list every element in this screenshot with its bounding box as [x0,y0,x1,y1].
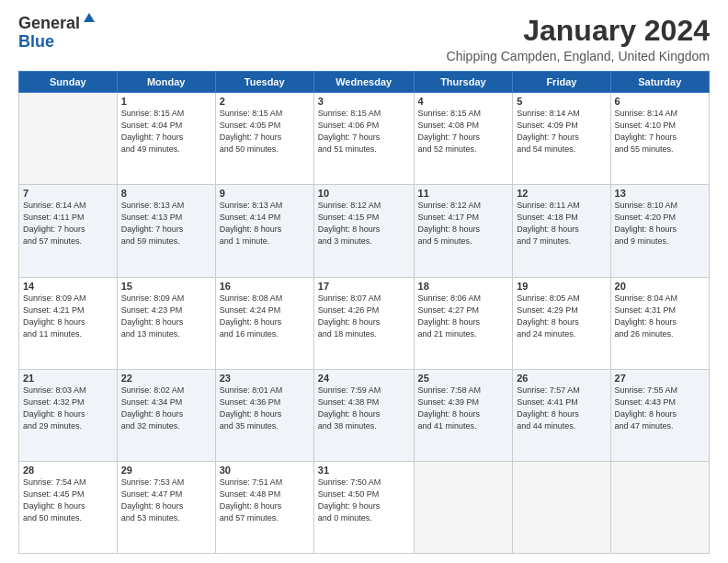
col-tuesday: Tuesday [215,72,313,93]
table-cell: 25Sunrise: 7:58 AMSunset: 4:39 PMDayligh… [414,369,513,461]
calendar-table: Sunday Monday Tuesday Wednesday Thursday… [18,71,710,554]
calendar-week-row: 14Sunrise: 8:09 AMSunset: 4:21 PMDayligh… [19,277,710,369]
day-number: 31 [318,465,410,476]
table-cell: 18Sunrise: 8:06 AMSunset: 4:27 PMDayligh… [414,277,513,369]
month-title: January 2024 [447,15,710,47]
day-number: 2 [220,96,310,107]
day-info: Sunrise: 7:51 AMSunset: 4:48 PMDaylight:… [220,477,310,524]
table-cell: 31Sunrise: 7:50 AMSunset: 4:50 PMDayligh… [313,461,414,553]
calendar-week-row: 28Sunrise: 7:54 AMSunset: 4:45 PMDayligh… [19,461,710,553]
day-number: 23 [220,373,310,384]
day-info: Sunrise: 8:01 AMSunset: 4:36 PMDaylight:… [220,385,310,432]
day-info: Sunrise: 8:08 AMSunset: 4:24 PMDaylight:… [220,293,310,340]
day-info: Sunrise: 8:15 AMSunset: 4:08 PMDaylight:… [418,108,509,155]
day-number: 6 [615,96,705,107]
logo-blue-text: Blue [18,33,54,52]
day-number: 24 [318,373,410,384]
table-cell: 16Sunrise: 8:08 AMSunset: 4:24 PMDayligh… [215,277,313,369]
location: Chipping Campden, England, United Kingdo… [447,49,710,63]
day-number: 27 [615,373,705,384]
day-info: Sunrise: 7:57 AMSunset: 4:41 PMDaylight:… [517,385,606,432]
logo-general-text: General [18,15,80,33]
table-cell [19,93,118,185]
day-number: 12 [517,188,606,199]
table-cell: 14Sunrise: 8:09 AMSunset: 4:21 PMDayligh… [19,277,118,369]
day-info: Sunrise: 7:58 AMSunset: 4:39 PMDaylight:… [418,385,509,432]
day-info: Sunrise: 8:11 AMSunset: 4:18 PMDaylight:… [517,200,606,247]
table-cell: 19Sunrise: 8:05 AMSunset: 4:29 PMDayligh… [513,277,610,369]
day-number: 13 [615,188,705,199]
day-info: Sunrise: 7:59 AMSunset: 4:38 PMDaylight:… [318,385,410,432]
day-number: 7 [23,188,113,199]
table-cell: 26Sunrise: 7:57 AMSunset: 4:41 PMDayligh… [513,369,610,461]
day-info: Sunrise: 8:05 AMSunset: 4:29 PMDaylight:… [517,293,606,340]
day-number: 26 [517,373,606,384]
day-info: Sunrise: 8:13 AMSunset: 4:13 PMDaylight:… [121,200,211,247]
day-number: 16 [220,281,310,292]
col-wednesday: Wednesday [313,72,414,93]
day-info: Sunrise: 8:02 AMSunset: 4:34 PMDaylight:… [121,385,211,432]
day-number: 17 [318,281,410,292]
day-number: 8 [121,188,211,199]
table-cell: 5Sunrise: 8:14 AMSunset: 4:09 PMDaylight… [513,93,610,185]
title-block: January 2024 Chipping Campden, England, … [447,15,710,63]
day-number: 15 [121,281,211,292]
table-cell: 20Sunrise: 8:04 AMSunset: 4:31 PMDayligh… [610,277,709,369]
day-number: 10 [318,188,410,199]
day-number: 11 [418,188,509,199]
logo: General Blue [18,15,97,52]
table-cell: 3Sunrise: 8:15 AMSunset: 4:06 PMDaylight… [313,93,414,185]
day-info: Sunrise: 8:15 AMSunset: 4:04 PMDaylight:… [121,108,211,155]
table-cell: 12Sunrise: 8:11 AMSunset: 4:18 PMDayligh… [513,185,610,277]
header: General Blue January 2024 Chipping Campd… [18,15,710,63]
day-info: Sunrise: 8:06 AMSunset: 4:27 PMDaylight:… [418,293,509,340]
table-cell: 4Sunrise: 8:15 AMSunset: 4:08 PMDaylight… [414,93,513,185]
table-cell [610,461,709,553]
day-info: Sunrise: 7:54 AMSunset: 4:45 PMDaylight:… [23,477,113,524]
table-cell: 15Sunrise: 8:09 AMSunset: 4:23 PMDayligh… [117,277,215,369]
table-cell: 6Sunrise: 8:14 AMSunset: 4:10 PMDaylight… [610,93,709,185]
col-monday: Monday [117,72,215,93]
logo-icon [82,11,97,26]
day-info: Sunrise: 8:12 AMSunset: 4:15 PMDaylight:… [318,200,410,247]
day-info: Sunrise: 8:12 AMSunset: 4:17 PMDaylight:… [418,200,509,247]
table-cell: 8Sunrise: 8:13 AMSunset: 4:13 PMDaylight… [117,185,215,277]
page: General Blue January 2024 Chipping Campd… [0,0,728,563]
table-cell: 21Sunrise: 8:03 AMSunset: 4:32 PMDayligh… [19,369,118,461]
day-number: 20 [615,281,705,292]
table-cell: 13Sunrise: 8:10 AMSunset: 4:20 PMDayligh… [610,185,709,277]
col-friday: Friday [513,72,610,93]
col-thursday: Thursday [414,72,513,93]
table-cell [513,461,610,553]
day-info: Sunrise: 8:15 AMSunset: 4:05 PMDaylight:… [220,108,310,155]
day-info: Sunrise: 8:09 AMSunset: 4:21 PMDaylight:… [23,293,113,340]
table-cell: 29Sunrise: 7:53 AMSunset: 4:47 PMDayligh… [117,461,215,553]
day-number: 30 [220,465,310,476]
day-number: 25 [418,373,509,384]
day-info: Sunrise: 8:07 AMSunset: 4:26 PMDaylight:… [318,293,410,340]
table-cell: 17Sunrise: 8:07 AMSunset: 4:26 PMDayligh… [313,277,414,369]
table-cell: 23Sunrise: 8:01 AMSunset: 4:36 PMDayligh… [215,369,313,461]
day-number: 28 [23,465,113,476]
table-cell: 2Sunrise: 8:15 AMSunset: 4:05 PMDaylight… [215,93,313,185]
day-info: Sunrise: 7:53 AMSunset: 4:47 PMDaylight:… [121,477,211,524]
table-cell: 22Sunrise: 8:02 AMSunset: 4:34 PMDayligh… [117,369,215,461]
table-cell: 10Sunrise: 8:12 AMSunset: 4:15 PMDayligh… [313,185,414,277]
day-info: Sunrise: 7:55 AMSunset: 4:43 PMDaylight:… [615,385,705,432]
day-number: 5 [517,96,606,107]
table-cell: 24Sunrise: 7:59 AMSunset: 4:38 PMDayligh… [313,369,414,461]
col-sunday: Sunday [19,72,118,93]
day-number: 18 [418,281,509,292]
table-cell: 7Sunrise: 8:14 AMSunset: 4:11 PMDaylight… [19,185,118,277]
day-number: 1 [121,96,211,107]
day-info: Sunrise: 8:14 AMSunset: 4:11 PMDaylight:… [23,200,113,247]
day-number: 9 [220,188,310,199]
day-info: Sunrise: 8:14 AMSunset: 4:09 PMDaylight:… [517,108,606,155]
day-info: Sunrise: 8:14 AMSunset: 4:10 PMDaylight:… [615,108,705,155]
day-info: Sunrise: 8:04 AMSunset: 4:31 PMDaylight:… [615,293,705,340]
day-number: 4 [418,96,509,107]
day-number: 19 [517,281,606,292]
table-cell: 11Sunrise: 8:12 AMSunset: 4:17 PMDayligh… [414,185,513,277]
calendar-week-row: 1Sunrise: 8:15 AMSunset: 4:04 PMDaylight… [19,93,710,185]
table-cell: 9Sunrise: 8:13 AMSunset: 4:14 PMDaylight… [215,185,313,277]
